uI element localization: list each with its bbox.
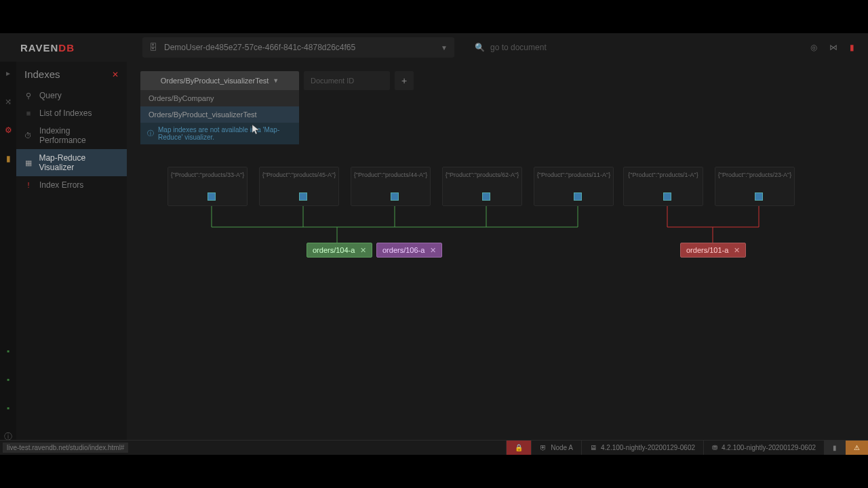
index-dropdown-selected: Orders/ByProduct_visualizerTest — [161, 77, 269, 85]
logo-second: DB — [58, 42, 75, 54]
footer-alert[interactable]: 🔒 — [506, 441, 531, 455]
reduce-card-title: {"Product":"products/62-A"} — [443, 167, 521, 178]
sidebar-item-icon: ⏱ — [24, 131, 33, 140]
footer-version-server: ⛃ 4.2.100-nightly-20200129-0602 — [703, 441, 824, 455]
add-button[interactable]: + — [395, 71, 414, 90]
reduce-card-title: {"Product":"products/1-A"} — [624, 167, 703, 178]
reduce-node[interactable] — [299, 192, 307, 201]
remove-icon[interactable]: ✕ — [430, 246, 436, 255]
left-rail: ▸ ⤨ ⚙ ▮ ▪ ▪ ▪ ⓘ — [0, 62, 16, 455]
database-icon: 🗄 — [149, 43, 159, 52]
toolbar: Orders/ByProduct_visualizerTest ▼ Orders… — [127, 62, 868, 144]
info-icon: ⓘ — [147, 129, 154, 138]
sidebar-item-icon: ! — [24, 181, 33, 189]
logo-first: RAVEN — [20, 42, 58, 54]
database-selector[interactable]: 🗄 DemoUser-de485e27-57ce-466f-841c-4878d… — [142, 37, 454, 58]
sidebar-item-label: Query — [39, 91, 62, 100]
rail-documents[interactable]: ▸ — [3, 68, 13, 78]
dropdown-hint-text: Map indexes are not available in a 'Map-… — [158, 126, 292, 141]
sidebar-item-icon: ▦ — [24, 159, 32, 167]
tag-label: orders/104-a — [313, 246, 355, 254]
sidebar-item-indexing-performance[interactable]: ⏱Indexing Performance — [16, 122, 127, 149]
reduce-node[interactable] — [574, 192, 582, 201]
rail-stats[interactable]: ▮ — [3, 154, 13, 163]
document-tag[interactable]: orders/104-a✕ — [307, 243, 372, 258]
footer: live-test.ravendb.net/studio/index.html#… — [0, 440, 868, 455]
link-icon[interactable]: ⋈ — [829, 43, 837, 52]
rail-settings[interactable]: ⚙ — [3, 125, 13, 135]
document-tag[interactable]: orders/101-a✕ — [680, 243, 746, 258]
caret-down-icon: ▼ — [273, 77, 279, 84]
search-icon: 🔍 — [475, 43, 485, 52]
database-name: DemoUser-de485e27-57ce-466f-841c-4878d26… — [164, 43, 435, 52]
sidebar-title-text: Indexes — [24, 68, 60, 80]
reduce-card-title: {"Product":"products/44-A"} — [351, 167, 430, 178]
dropdown-item[interactable]: Orders/ByProduct_visualizerTest — [140, 106, 299, 123]
tag-label: orders/101-a — [686, 246, 728, 254]
reduce-card-title: {"Product":"products/23-A"} — [715, 167, 794, 178]
sidebar-item-label: List of Indexes — [39, 108, 92, 118]
dropdown-item[interactable]: Orders/ByCompany — [140, 90, 299, 106]
sidebar-item-index-errors[interactable]: !Index Errors — [16, 176, 127, 194]
reduce-node[interactable] — [663, 192, 671, 201]
sidebar-item-icon: ≡ — [24, 109, 33, 117]
index-dropdown-head[interactable]: Orders/ByProduct_visualizerTest ▼ — [140, 71, 299, 90]
chevron-down-icon: ▼ — [441, 44, 448, 52]
reduce-card-title: {"Product":"products/33-A"} — [168, 167, 247, 178]
header: RAVENDB 🗄 DemoUser-de485e27-57ce-466f-84… — [0, 33, 868, 62]
sidebar-title: Indexes ✕ — [16, 62, 127, 87]
reduce-node[interactable] — [391, 192, 399, 201]
reduce-card-title: {"Product":"products/11-A"} — [534, 167, 613, 178]
main-area: Orders/ByProduct_visualizerTest ▼ Orders… — [127, 62, 868, 455]
footer-notification[interactable]: ▮ — [824, 441, 845, 455]
document-tag[interactable]: orders/106-a✕ — [376, 243, 442, 258]
sidebar-item-query[interactable]: ⚲Query — [16, 87, 127, 104]
rail-item-b[interactable]: ▪ — [3, 375, 13, 384]
rail-item-c[interactable]: ▪ — [3, 403, 13, 413]
footer-warning[interactable]: ⚠ — [845, 441, 868, 455]
rail-indexes[interactable]: ⤨ — [3, 97, 13, 106]
footer-node[interactable]: ⛨ Node A — [531, 441, 581, 455]
sidebar: Indexes ✕ ⚲Query≡List of Indexes⏱Indexin… — [16, 62, 127, 455]
document-search-input[interactable] — [490, 43, 626, 52]
reduce-node[interactable] — [755, 192, 763, 201]
sidebar-item-map-reduce-visualizer[interactable]: ▦Map-Reduce Visualizer — [16, 149, 127, 176]
reduce-card-title: {"Product":"products/45-A"} — [260, 167, 338, 178]
sidebar-item-label: Index Errors — [39, 180, 83, 190]
footer-version-client: 🖥 4.2.100-nightly-20200129-0602 — [581, 441, 703, 455]
tag-label: orders/106-a — [382, 246, 425, 254]
dropdown-hint: ⓘ Map indexes are not available in a 'Ma… — [140, 123, 299, 144]
sidebar-item-icon: ⚲ — [24, 92, 33, 100]
rail-item-a[interactable]: ▪ — [3, 346, 13, 356]
document-search: 🔍 — [475, 37, 810, 58]
dashboard-icon[interactable]: ◎ — [810, 43, 817, 52]
footer-url: live-test.ravendb.net/studio/index.html# — [3, 443, 128, 453]
feedback-icon[interactable]: ▮ — [850, 43, 854, 52]
reduce-node[interactable] — [482, 192, 490, 201]
close-icon[interactable]: ✕ — [112, 70, 119, 79]
sidebar-item-list-of-indexes[interactable]: ≡List of Indexes — [16, 104, 127, 122]
sidebar-item-label: Indexing Performance — [39, 126, 119, 145]
remove-icon[interactable]: ✕ — [734, 246, 740, 255]
index-dropdown[interactable]: Orders/ByProduct_visualizerTest ▼ Orders… — [140, 71, 299, 144]
sidebar-item-label: Map-Reduce Visualizer — [39, 153, 119, 172]
remove-icon[interactable]: ✕ — [360, 246, 366, 255]
document-id-input[interactable] — [304, 71, 390, 90]
reduce-node[interactable] — [208, 192, 216, 201]
logo[interactable]: RAVENDB — [0, 42, 95, 54]
